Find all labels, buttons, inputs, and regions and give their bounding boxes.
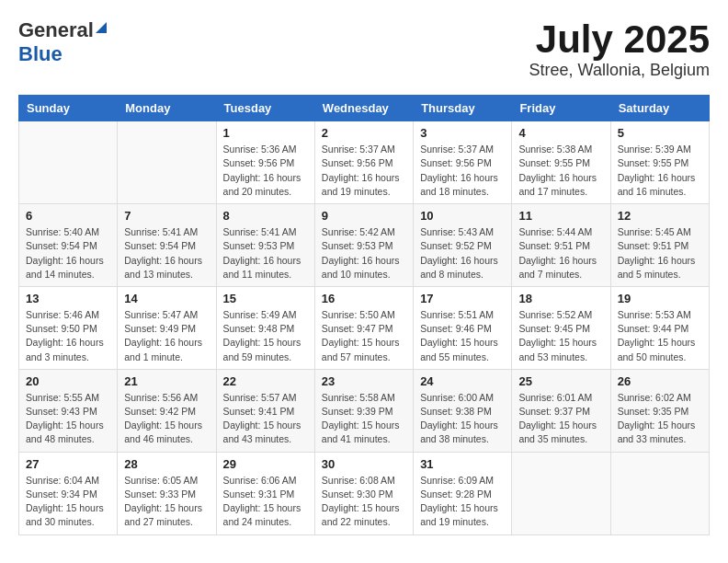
calendar-cell: 2Sunrise: 5:37 AM Sunset: 9:56 PM Daylig… xyxy=(314,121,413,204)
calendar-cell: 26Sunrise: 6:02 AM Sunset: 9:35 PM Dayli… xyxy=(610,369,709,452)
calendar-cell: 20Sunrise: 5:55 AM Sunset: 9:43 PM Dayli… xyxy=(19,369,118,452)
calendar-cell: 7Sunrise: 5:41 AM Sunset: 9:54 PM Daylig… xyxy=(118,204,216,287)
weekday-header: Sunday xyxy=(19,96,118,121)
logo-blue-text: Blue xyxy=(18,42,63,66)
calendar-cell: 23Sunrise: 5:58 AM Sunset: 9:39 PM Dayli… xyxy=(314,369,413,452)
day-number: 17 xyxy=(420,292,505,305)
day-number: 27 xyxy=(26,457,110,471)
day-number: 18 xyxy=(518,292,603,305)
calendar-cell: 24Sunrise: 6:00 AM Sunset: 9:38 PM Dayli… xyxy=(414,369,512,452)
day-number: 22 xyxy=(223,374,308,388)
cell-content: Sunrise: 5:50 AM Sunset: 9:47 PM Dayligh… xyxy=(322,308,406,364)
calendar-week-row: 13Sunrise: 5:46 AM Sunset: 9:50 PM Dayli… xyxy=(19,286,710,369)
day-number: 24 xyxy=(420,374,505,388)
day-number: 15 xyxy=(223,292,308,305)
cell-content: Sunrise: 5:58 AM Sunset: 9:39 PM Dayligh… xyxy=(322,391,406,447)
day-number: 6 xyxy=(26,209,110,223)
day-number: 11 xyxy=(518,209,603,223)
day-number: 4 xyxy=(518,126,603,140)
cell-content: Sunrise: 5:37 AM Sunset: 9:56 PM Dayligh… xyxy=(322,143,406,199)
day-number: 2 xyxy=(322,126,406,140)
logo-arrow-icon xyxy=(96,22,107,33)
cell-content: Sunrise: 5:53 AM Sunset: 9:44 PM Dayligh… xyxy=(618,308,702,364)
calendar-cell: 12Sunrise: 5:45 AM Sunset: 9:51 PM Dayli… xyxy=(610,204,709,287)
logo-general-text: General xyxy=(18,18,94,42)
calendar-cell: 17Sunrise: 5:51 AM Sunset: 9:46 PM Dayli… xyxy=(414,286,512,369)
day-number: 13 xyxy=(26,292,110,305)
cell-content: Sunrise: 5:46 AM Sunset: 9:50 PM Dayligh… xyxy=(26,308,110,364)
calendar-cell: 31Sunrise: 6:09 AM Sunset: 9:28 PM Dayli… xyxy=(414,452,512,534)
cell-content: Sunrise: 6:09 AM Sunset: 9:28 PM Dayligh… xyxy=(420,474,505,530)
page-header: General Blue July 2025 Stree, Wallonia, … xyxy=(18,18,710,80)
calendar-cell: 9Sunrise: 5:42 AM Sunset: 9:53 PM Daylig… xyxy=(314,204,413,287)
cell-content: Sunrise: 6:06 AM Sunset: 9:31 PM Dayligh… xyxy=(223,474,308,530)
calendar-cell: 27Sunrise: 6:04 AM Sunset: 9:34 PM Dayli… xyxy=(19,452,118,534)
cell-content: Sunrise: 5:49 AM Sunset: 9:48 PM Dayligh… xyxy=(223,308,308,364)
cell-content: Sunrise: 5:38 AM Sunset: 9:55 PM Dayligh… xyxy=(518,143,603,199)
cell-content: Sunrise: 5:41 AM Sunset: 9:54 PM Dayligh… xyxy=(124,225,209,282)
cell-content: Sunrise: 5:43 AM Sunset: 9:52 PM Dayligh… xyxy=(420,225,505,282)
calendar-cell: 15Sunrise: 5:49 AM Sunset: 9:48 PM Dayli… xyxy=(216,286,314,369)
calendar-cell xyxy=(512,452,610,534)
calendar-table: SundayMondayTuesdayWednesdayThursdayFrid… xyxy=(18,95,710,534)
day-number: 16 xyxy=(322,292,406,305)
calendar-week-row: 6Sunrise: 5:40 AM Sunset: 9:54 PM Daylig… xyxy=(19,204,710,287)
day-number: 12 xyxy=(618,209,702,223)
calendar-week-row: 27Sunrise: 6:04 AM Sunset: 9:34 PM Dayli… xyxy=(19,452,710,534)
calendar-cell: 13Sunrise: 5:46 AM Sunset: 9:50 PM Dayli… xyxy=(19,286,118,369)
weekday-header: Friday xyxy=(512,96,610,121)
calendar-cell xyxy=(610,452,709,534)
day-number: 14 xyxy=(124,292,209,305)
calendar-cell: 25Sunrise: 6:01 AM Sunset: 9:37 PM Dayli… xyxy=(512,369,610,452)
calendar-cell: 29Sunrise: 6:06 AM Sunset: 9:31 PM Dayli… xyxy=(216,452,314,534)
cell-content: Sunrise: 5:51 AM Sunset: 9:46 PM Dayligh… xyxy=(420,308,505,364)
cell-content: Sunrise: 5:47 AM Sunset: 9:49 PM Dayligh… xyxy=(124,308,209,364)
month-title: July 2025 xyxy=(529,18,710,61)
title-block: July 2025 Stree, Wallonia, Belgium xyxy=(529,18,710,80)
day-number: 20 xyxy=(26,374,110,388)
day-number: 5 xyxy=(618,126,702,140)
day-number: 8 xyxy=(223,209,308,223)
day-number: 19 xyxy=(618,292,702,305)
calendar-cell: 3Sunrise: 5:37 AM Sunset: 9:56 PM Daylig… xyxy=(414,121,512,204)
calendar-cell: 5Sunrise: 5:39 AM Sunset: 9:55 PM Daylig… xyxy=(610,121,709,204)
day-number: 7 xyxy=(124,209,209,223)
cell-content: Sunrise: 6:08 AM Sunset: 9:30 PM Dayligh… xyxy=(322,474,406,530)
calendar-cell: 18Sunrise: 5:52 AM Sunset: 9:45 PM Dayli… xyxy=(512,286,610,369)
calendar-cell: 28Sunrise: 6:05 AM Sunset: 9:33 PM Dayli… xyxy=(118,452,216,534)
cell-content: Sunrise: 6:01 AM Sunset: 9:37 PM Dayligh… xyxy=(518,391,603,447)
weekday-header: Saturday xyxy=(610,96,709,121)
location-text: Stree, Wallonia, Belgium xyxy=(529,61,710,80)
day-number: 10 xyxy=(420,209,505,223)
cell-content: Sunrise: 5:39 AM Sunset: 9:55 PM Dayligh… xyxy=(618,143,702,199)
day-number: 29 xyxy=(223,457,308,471)
calendar-cell: 16Sunrise: 5:50 AM Sunset: 9:47 PM Dayli… xyxy=(314,286,413,369)
day-number: 30 xyxy=(322,457,406,471)
day-number: 26 xyxy=(618,374,702,388)
logo: General Blue xyxy=(18,18,107,66)
cell-content: Sunrise: 6:05 AM Sunset: 9:33 PM Dayligh… xyxy=(124,474,209,530)
day-number: 1 xyxy=(223,126,308,140)
calendar-cell: 30Sunrise: 6:08 AM Sunset: 9:30 PM Dayli… xyxy=(314,452,413,534)
calendar-header-row: SundayMondayTuesdayWednesdayThursdayFrid… xyxy=(19,96,710,121)
calendar-cell: 11Sunrise: 5:44 AM Sunset: 9:51 PM Dayli… xyxy=(512,204,610,287)
weekday-header: Wednesday xyxy=(314,96,413,121)
cell-content: Sunrise: 6:04 AM Sunset: 9:34 PM Dayligh… xyxy=(26,474,110,530)
day-number: 28 xyxy=(124,457,209,471)
calendar-cell: 22Sunrise: 5:57 AM Sunset: 9:41 PM Dayli… xyxy=(216,369,314,452)
weekday-header: Monday xyxy=(118,96,216,121)
cell-content: Sunrise: 5:55 AM Sunset: 9:43 PM Dayligh… xyxy=(26,391,110,447)
cell-content: Sunrise: 5:57 AM Sunset: 9:41 PM Dayligh… xyxy=(223,391,308,447)
calendar-cell xyxy=(19,121,118,204)
cell-content: Sunrise: 5:42 AM Sunset: 9:53 PM Dayligh… xyxy=(322,225,406,282)
calendar-week-row: 1Sunrise: 5:36 AM Sunset: 9:56 PM Daylig… xyxy=(19,121,710,204)
cell-content: Sunrise: 6:02 AM Sunset: 9:35 PM Dayligh… xyxy=(618,391,702,447)
calendar-cell: 19Sunrise: 5:53 AM Sunset: 9:44 PM Dayli… xyxy=(610,286,709,369)
calendar-cell: 21Sunrise: 5:56 AM Sunset: 9:42 PM Dayli… xyxy=(118,369,216,452)
day-number: 25 xyxy=(518,374,603,388)
cell-content: Sunrise: 5:45 AM Sunset: 9:51 PM Dayligh… xyxy=(618,225,702,282)
day-number: 21 xyxy=(124,374,209,388)
day-number: 23 xyxy=(322,374,406,388)
calendar-week-row: 20Sunrise: 5:55 AM Sunset: 9:43 PM Dayli… xyxy=(19,369,710,452)
cell-content: Sunrise: 5:52 AM Sunset: 9:45 PM Dayligh… xyxy=(518,308,603,364)
